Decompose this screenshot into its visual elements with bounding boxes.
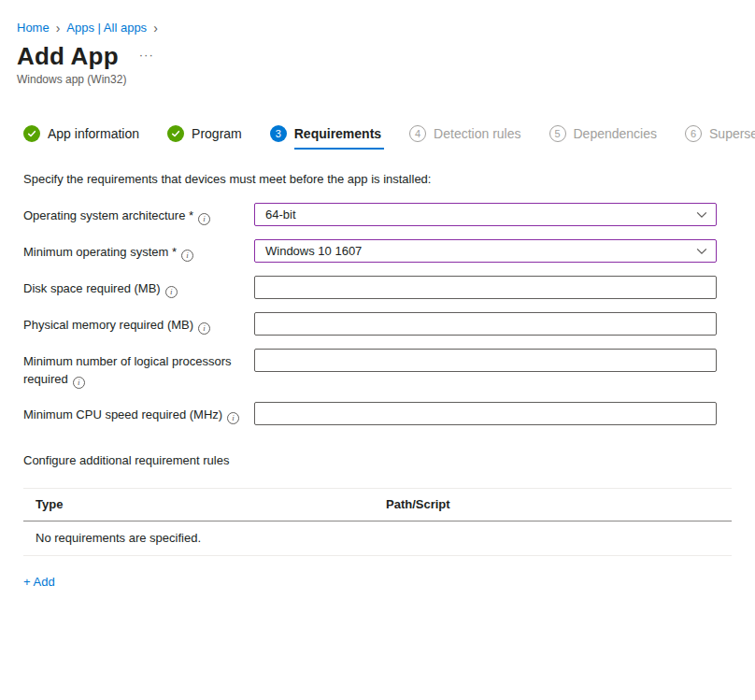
column-header-type: Type — [36, 497, 386, 511]
field-label: Minimum operating system *i — [23, 239, 254, 262]
step-label: Detection rules — [434, 126, 520, 141]
os-architecture-select[interactable]: 64-bit — [254, 203, 717, 226]
field-label-text: Disk space required (MB) — [23, 281, 161, 295]
field-label-text: Minimum operating system * — [23, 245, 177, 259]
info-icon[interactable]: i — [198, 322, 210, 335]
step-number-badge: 4 — [409, 125, 426, 142]
breadcrumb-all-apps-link[interactable]: Apps | All apps — [66, 21, 147, 35]
breadcrumb-home-link[interactable]: Home — [17, 21, 50, 35]
field-label: Minimum CPU speed required (MHz)i — [23, 402, 254, 424]
info-icon[interactable]: i — [181, 250, 193, 262]
step-label: App information — [48, 126, 139, 141]
field-os-architecture: Operating system architecture *i 64-bit — [23, 203, 732, 226]
table-empty-message: No requirements are specified. — [23, 521, 732, 556]
field-disk-space: Disk space required (MB)i — [23, 276, 732, 299]
info-icon[interactable]: i — [198, 213, 210, 225]
chevron-down-icon — [696, 211, 707, 219]
page-title: Add App — [17, 42, 119, 71]
chevron-down-icon — [696, 248, 707, 255]
field-minimum-os: Minimum operating system *i Windows 10 1… — [23, 239, 732, 263]
step-label: Requirements — [294, 126, 381, 141]
requirements-form: Operating system architecture *i 64-bit … — [0, 186, 755, 425]
additional-rules-title: Configure additional requirement rules — [0, 425, 755, 467]
disk-space-input[interactable] — [254, 276, 717, 299]
field-label-text: Physical memory required (MB) — [23, 318, 193, 332]
cpu-speed-input[interactable] — [254, 402, 717, 425]
field-label-text: Minimum number of logical processors req… — [23, 354, 232, 386]
requirements-table: Type Path/Script No requirements are spe… — [23, 488, 732, 556]
step-app-information[interactable]: App information — [23, 125, 139, 150]
field-logical-processors: Minimum number of logical processors req… — [23, 349, 732, 389]
column-header-path-script: Path/Script — [386, 497, 732, 511]
step-complete-check-icon — [167, 125, 184, 142]
step-program[interactable]: Program — [167, 125, 242, 150]
wizard-steps: App information Program 3 Requirements 4… — [0, 86, 755, 150]
minimum-os-select[interactable]: Windows 10 1607 — [254, 239, 717, 263]
add-app-requirements-page: Home › Apps | All apps › Add App ··· Win… — [0, 0, 755, 700]
logical-processors-input[interactable] — [254, 349, 717, 372]
info-icon[interactable]: i — [73, 377, 85, 389]
physical-memory-input[interactable] — [254, 312, 717, 336]
select-value: Windows 10 1607 — [265, 244, 362, 258]
breadcrumb: Home › Apps | All apps › — [0, 0, 755, 35]
step-number-badge: 6 — [685, 125, 702, 142]
step-supersedence[interactable]: 6 Supersedence — [685, 125, 755, 150]
field-label: Physical memory required (MB)i — [23, 312, 254, 335]
table-header-row: Type Path/Script — [23, 489, 732, 521]
info-icon[interactable]: i — [227, 412, 239, 424]
step-number-badge: 3 — [270, 125, 287, 142]
select-value: 64-bit — [265, 207, 296, 221]
field-label-text: Operating system architecture * — [23, 208, 193, 222]
field-label-text: Minimum CPU speed required (MHz) — [23, 407, 222, 421]
instruction-text: Specify the requirements that devices mu… — [0, 150, 755, 186]
field-label: Operating system architecture *i — [23, 203, 254, 225]
field-label: Disk space required (MB)i — [23, 276, 254, 298]
field-physical-memory: Physical memory required (MB)i — [23, 312, 732, 336]
step-complete-check-icon — [23, 125, 40, 142]
step-label: Program — [192, 126, 242, 141]
info-icon[interactable]: i — [165, 286, 178, 298]
field-label: Minimum number of logical processors req… — [23, 349, 254, 389]
step-label: Supersedence — [709, 126, 755, 141]
breadcrumb-separator-icon: › — [56, 21, 61, 35]
breadcrumb-separator-icon: › — [153, 21, 158, 35]
page-header: Add App ··· — [0, 35, 755, 71]
more-options-button[interactable]: ··· — [139, 48, 154, 62]
step-detection-rules[interactable]: 4 Detection rules — [409, 125, 520, 150]
step-dependencies[interactable]: 5 Dependencies — [549, 125, 658, 150]
step-requirements[interactable]: 3 Requirements — [270, 125, 381, 150]
add-requirement-link[interactable]: + Add — [23, 575, 55, 589]
page-subtitle: Windows app (Win32) — [0, 71, 755, 86]
step-label: Dependencies — [574, 126, 658, 141]
step-number-badge: 5 — [549, 125, 566, 142]
field-cpu-speed: Minimum CPU speed required (MHz)i — [23, 402, 732, 425]
